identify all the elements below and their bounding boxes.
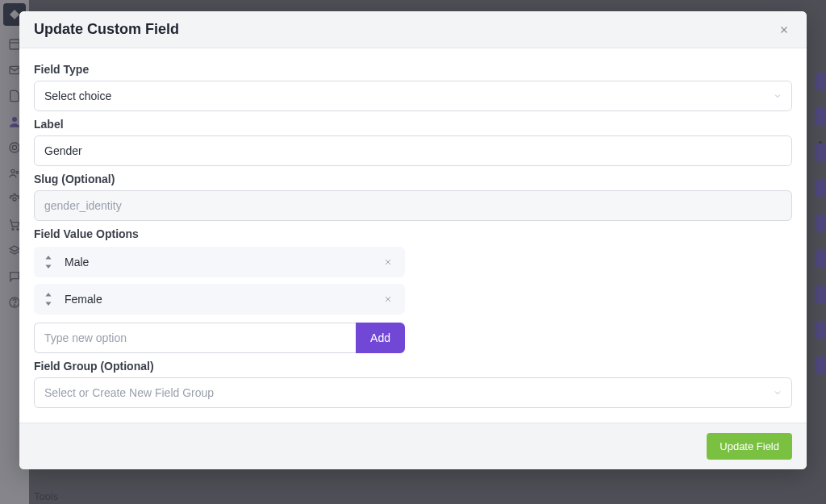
field-group-label: Field Group (Optional): [34, 360, 792, 373]
sort-handle-icon[interactable]: [44, 293, 53, 306]
option-text: Male: [65, 256, 381, 269]
modal-title: Update Custom Field: [34, 21, 179, 38]
slug-label: Slug (Optional): [34, 173, 792, 185]
update-field-button[interactable]: Update Field: [707, 433, 792, 460]
modal-header: Update Custom Field: [19, 11, 807, 48]
label-label: Label: [34, 118, 792, 131]
modal-body: Field Type Select choice Label Slug (Opt…: [19, 48, 807, 423]
add-option-button[interactable]: Add: [356, 323, 405, 353]
options-area: Male Female Add: [34, 247, 405, 353]
field-value-options-label: Field Value Options: [34, 227, 792, 240]
field-group-select[interactable]: Select or Create New Field Group: [34, 377, 792, 408]
field-group-placeholder: Select or Create New Field Group: [34, 377, 792, 408]
option-row: Male: [34, 247, 405, 277]
option-row: Female: [34, 284, 405, 314]
slug-input[interactable]: [34, 190, 792, 221]
modal-footer: Update Field: [19, 423, 807, 469]
remove-option-icon[interactable]: [381, 292, 395, 306]
update-custom-field-modal: Update Custom Field Field Type Select ch…: [19, 11, 807, 469]
add-option-input[interactable]: [34, 323, 356, 353]
field-type-label: Field Type: [34, 63, 792, 76]
add-option-row: Add: [34, 323, 405, 353]
option-text: Female: [65, 293, 381, 306]
label-input[interactable]: [34, 135, 792, 166]
remove-option-icon[interactable]: [381, 255, 395, 269]
sort-handle-icon[interactable]: [44, 256, 53, 269]
field-type-select[interactable]: Select choice: [34, 81, 792, 111]
close-icon[interactable]: [776, 22, 792, 38]
field-type-value: Select choice: [34, 81, 792, 111]
